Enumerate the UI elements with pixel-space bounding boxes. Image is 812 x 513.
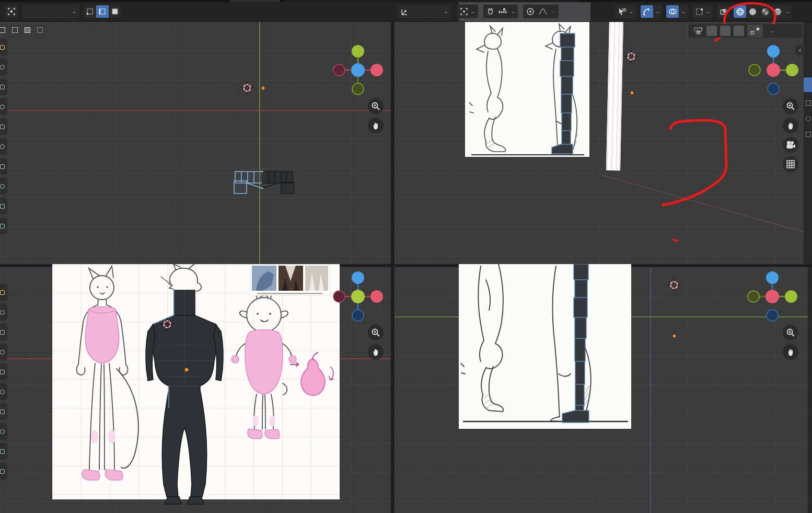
zoom-button[interactable] (783, 325, 798, 340)
tool-select-box[interactable] (0, 284, 7, 301)
tool-annotate[interactable] (0, 403, 7, 420)
pan-button[interactable] (368, 344, 384, 360)
sidebar-sliver-bottom-right (808, 267, 812, 513)
tool-scale[interactable] (0, 363, 7, 380)
select-mode-edge[interactable] (96, 5, 109, 18)
tool-rotate[interactable] (0, 98, 7, 115)
origin-dot (261, 86, 265, 90)
proportional-editing-group[interactable]: ⌄ (523, 5, 559, 18)
sidebar-item[interactable] (806, 132, 811, 137)
nav-gizmo[interactable] (331, 269, 385, 324)
transform-orientation-dropdown[interactable]: ⌄ (397, 5, 451, 18)
snapping-group[interactable]: ⌄ (483, 5, 518, 18)
select-extend-button[interactable] (9, 25, 20, 36)
tool-extrude[interactable] (0, 198, 7, 214)
editor-type-button[interactable] (5, 5, 18, 18)
nav-gizmo[interactable] (745, 269, 799, 324)
zoom-button[interactable] (368, 98, 384, 114)
viewport-editor-icon (7, 7, 16, 16)
gizmo-visibility-icon (618, 8, 627, 16)
falloff-curve-icon (538, 8, 548, 15)
perspective-grid-button[interactable] (783, 156, 798, 172)
blender-window: ‹ ⌄ (0, 0, 812, 513)
pan-button[interactable] (368, 118, 384, 133)
overlays-toggle-group[interactable]: ⌄ (666, 5, 688, 18)
header-bar: ⌄ ⌄ (0, 2, 812, 22)
reference-image-side-legs[interactable] (459, 264, 631, 429)
select-subtract-icon (25, 27, 30, 33)
mode-dropdown[interactable]: ⌄ (22, 5, 79, 18)
tool-select-box[interactable] (0, 39, 7, 55)
mirror-z-button[interactable] (734, 26, 744, 36)
tool-cursor[interactable] (0, 59, 7, 75)
nav-gizmo[interactable] (331, 43, 385, 97)
tool-annotate[interactable] (0, 158, 7, 175)
mesh-body-front[interactable] (144, 288, 233, 507)
edge-select-icon (99, 8, 106, 15)
divider-vertical[interactable] (391, 22, 395, 513)
select-set-button[interactable] (0, 25, 8, 36)
pivot-point-dropdown[interactable]: ⌄ (457, 5, 478, 18)
select-subtract-button[interactable] (22, 25, 33, 36)
pan-button[interactable] (783, 344, 798, 360)
tool-inset[interactable] (0, 218, 7, 234)
tool-extrude[interactable] (0, 443, 7, 460)
fursuit-photo-collage (250, 264, 330, 295)
sidebar-sliver-top-right (804, 22, 812, 264)
sidebar-item-active[interactable] (804, 77, 812, 92)
mirror-x-button[interactable] (706, 26, 717, 36)
select-option-row (0, 25, 45, 36)
chevron-down-icon: ⌄ (510, 9, 516, 14)
chevron-down-icon: ⌄ (72, 9, 77, 14)
nav-gizmo[interactable] (746, 43, 801, 97)
camera-view-button[interactable] (783, 137, 798, 153)
tool-transform[interactable] (0, 138, 7, 155)
cursor-3d (624, 50, 638, 63)
chevron-down-icon: ⌄ (470, 9, 475, 14)
select-mode-vertex[interactable] (84, 5, 96, 18)
zoom-button[interactable] (783, 98, 798, 114)
mesh-top-view[interactable] (230, 165, 298, 195)
zoom-button[interactable] (368, 325, 384, 340)
chevron-down-icon: ⌄ (628, 9, 634, 14)
cursor-3d (160, 317, 174, 331)
red-scribble-annotation (653, 115, 742, 246)
falloff-squares-icon (750, 27, 760, 35)
tool-rotate[interactable] (0, 344, 7, 360)
cursor-3d (240, 81, 254, 95)
orientation-axes-icon (400, 8, 408, 16)
axis-line-z-blue-right (650, 267, 651, 513)
tool-transform[interactable] (0, 383, 7, 400)
tool-move[interactable] (0, 78, 7, 95)
axis-line-y-green (259, 22, 260, 264)
mirror-y-button[interactable] (720, 26, 730, 36)
sidebar-item[interactable] (806, 116, 811, 121)
pan-button[interactable] (783, 118, 798, 133)
select-intersect-icon (37, 27, 43, 33)
proportional-edit-icon (526, 7, 535, 16)
tool-cursor[interactable] (0, 304, 7, 321)
gizmos-toggle-group[interactable]: ⌄ (641, 5, 663, 18)
tool-move[interactable] (0, 324, 7, 340)
select-mode-face[interactable] (109, 5, 121, 18)
chevron-down-icon: ⌄ (444, 9, 449, 14)
tool-scale[interactable] (0, 118, 7, 135)
tool-measure[interactable] (0, 178, 7, 195)
tool-inset[interactable] (0, 463, 7, 480)
origin-dot (672, 334, 676, 338)
mirror-butterfly-icon (693, 27, 703, 35)
reference-image-side-poses[interactable] (465, 22, 589, 157)
correct-face-attrs-button[interactable] (747, 25, 763, 37)
options-dropdown[interactable]: ⌄ (768, 28, 775, 33)
overlays-icon (668, 8, 677, 15)
magnet-icon (486, 8, 494, 16)
chevron-down-icon: ⌄ (551, 9, 556, 14)
red-circle-annotation (708, 0, 792, 47)
collapse-arrow[interactable]: ‹ (795, 45, 805, 55)
select-intersect-button[interactable] (34, 25, 45, 36)
sidebar-item[interactable] (806, 100, 811, 106)
show-gizmo-dropdown[interactable]: ⌄ (614, 5, 636, 18)
menu-bar (127, 5, 219, 18)
snap-increment-icon (498, 8, 507, 16)
tool-measure[interactable] (0, 423, 7, 440)
